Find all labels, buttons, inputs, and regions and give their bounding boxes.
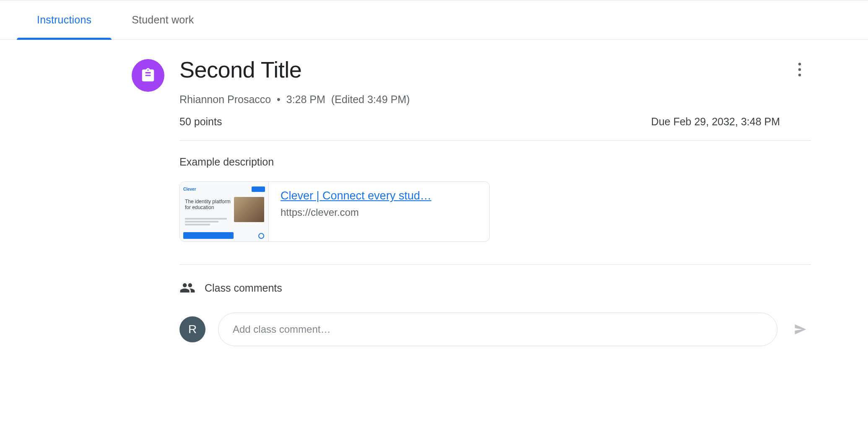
class-comments-label: Class comments <box>205 282 282 294</box>
svg-point-0 <box>798 63 801 65</box>
divider <box>179 140 811 141</box>
thumb-signin-pill <box>252 186 265 192</box>
tab-student-work[interactable]: Student work <box>112 0 214 39</box>
svg-point-2 <box>798 74 801 76</box>
clipboard-icon <box>140 67 156 83</box>
assignment-description: Example description <box>179 156 811 168</box>
class-comments-header: Class comments <box>179 280 811 296</box>
assignment-header-main: Second Title Rhiannon Prosacco • 3:28 PM… <box>179 57 780 128</box>
attachment-title: Clever | Connect every stud… <box>281 189 478 202</box>
thumb-corner-icon <box>258 233 264 239</box>
assignment-points: 50 points <box>179 116 222 128</box>
thumb-bottom-bar <box>183 232 234 239</box>
send-comment-button[interactable] <box>790 319 811 340</box>
tabs-bar: Instructions Student work <box>0 0 868 40</box>
tab-instructions[interactable]: Instructions <box>17 0 112 39</box>
assignment-edited-label: Edited <box>335 93 364 105</box>
class-comment-input[interactable] <box>218 313 777 346</box>
more-vert-icon <box>798 62 801 77</box>
assignment-meta-row: 50 points Due Feb 29, 2032, 3:48 PM <box>179 116 780 128</box>
assignment-header: Second Title Rhiannon Prosacco • 3:28 PM… <box>132 57 811 128</box>
assignment-posted-time: 3:28 PM <box>286 93 325 105</box>
tab-instructions-label: Instructions <box>37 14 91 26</box>
assignment-title: Second Title <box>179 57 780 83</box>
attachment-card[interactable]: Clever The identity platform for educati… <box>179 181 490 242</box>
svg-point-1 <box>798 68 801 71</box>
assignment-icon <box>132 59 164 92</box>
attachment-thumbnail: Clever The identity platform for educati… <box>180 182 269 241</box>
assignment-due: Due Feb 29, 2032, 3:48 PM <box>651 116 780 128</box>
avatar: R <box>179 316 205 342</box>
assignment-byline: Rhiannon Prosacco • 3:28 PM (Edited 3:49… <box>179 93 780 106</box>
assignment-author: Rhiannon Prosacco <box>179 93 271 105</box>
more-options-button[interactable] <box>788 58 811 81</box>
thumb-logo: Clever <box>183 187 196 192</box>
divider <box>179 264 811 265</box>
thumb-subtext <box>185 218 227 226</box>
assignment-edited-time: 3:49 PM <box>367 93 406 105</box>
thumb-headline: The identity platform for education <box>185 199 231 210</box>
attachment-info: Clever | Connect every stud… https://cle… <box>269 182 489 241</box>
tab-student-work-label: Student work <box>132 14 194 26</box>
avatar-initial: R <box>188 323 197 336</box>
attachment-url: https://clever.com <box>281 207 478 218</box>
send-icon <box>793 322 808 337</box>
thumb-photo <box>234 197 264 222</box>
people-icon <box>179 280 195 296</box>
assignment-body: Example description Clever The identity … <box>179 140 811 346</box>
comment-input-row: R <box>179 313 811 346</box>
assignment-content: Second Title Rhiannon Prosacco • 3:28 PM… <box>132 57 811 346</box>
